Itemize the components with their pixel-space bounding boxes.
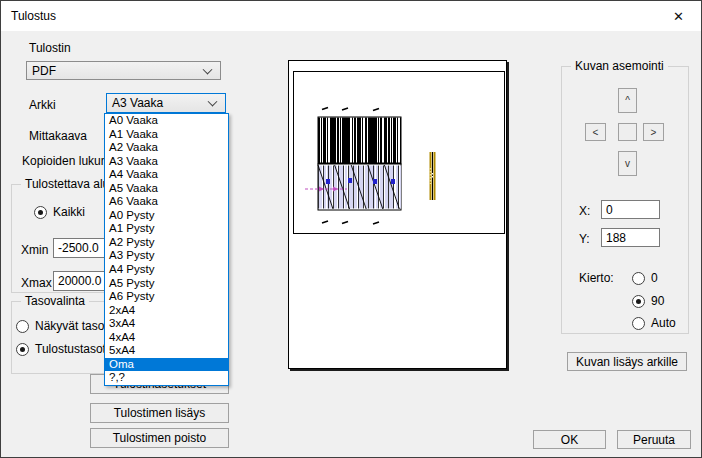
sheet-size-select[interactable]: A3 Vaaka: [106, 93, 226, 113]
dropdown-item[interactable]: A1 Vaaka: [105, 128, 228, 142]
radio-print-layers-label: Tulostustasot: [35, 342, 106, 356]
xmax-label: Xmax: [21, 276, 52, 290]
layer-selection-title: Tasovalinta: [21, 294, 89, 308]
cancel-button[interactable]: Peruuta: [617, 430, 691, 449]
preview-hatch-block: [318, 117, 401, 165]
preview-yellow-element: [431, 152, 435, 200]
dropdown-item[interactable]: A4 Pysty: [105, 263, 228, 277]
left-arrow-icon: <: [593, 127, 599, 138]
down-arrow-icon: v: [625, 158, 630, 169]
dropdown-item[interactable]: A2 Pysty: [105, 236, 228, 250]
dropdown-item[interactable]: Oma: [105, 358, 228, 372]
dropdown-item[interactable]: A4 Vaaka: [105, 168, 228, 182]
right-arrow-icon: >: [651, 127, 657, 138]
title-bar: Tulostus ✕: [1, 1, 701, 31]
radio-icon: [632, 295, 645, 308]
radio-print-layers[interactable]: Tulostustasot: [16, 342, 106, 356]
dropdown-item[interactable]: 2xA4: [105, 304, 228, 318]
x-field[interactable]: [601, 200, 660, 219]
dropdown-item[interactable]: A0 Vaaka: [105, 114, 228, 128]
print-preview: [288, 60, 507, 369]
xmin-label: Xmin: [21, 243, 48, 257]
preview-striped-block: [305, 164, 401, 210]
radio-rotation-0[interactable]: 0: [632, 271, 658, 285]
dropdown-item[interactable]: 5xA4: [105, 344, 228, 358]
radio-icon: [632, 272, 645, 285]
dropdown-item[interactable]: 4xA4: [105, 331, 228, 345]
dropdown-item[interactable]: A3 Pysty: [105, 249, 228, 263]
dropdown-item[interactable]: 3xA4: [105, 317, 228, 331]
close-button[interactable]: ✕: [656, 1, 701, 31]
add-image-to-sheet-label: Kuvan lisäys arkille: [576, 355, 678, 369]
dialog-title: Tulostus: [11, 9, 56, 23]
move-center-button[interactable]: [618, 123, 637, 141]
sheet-label: Arkki: [29, 98, 56, 112]
y-field[interactable]: [601, 228, 660, 247]
y-label: Y:: [579, 232, 590, 246]
add-printer-button[interactable]: Tulostimen lisäys: [90, 403, 229, 423]
sheet-size-select-value: A3 Vaaka: [112, 96, 163, 110]
printer-label: Tulostin: [29, 41, 71, 55]
radio-visible-layers[interactable]: Näkyvät tasot: [16, 319, 108, 333]
dropdown-item[interactable]: A6 Vaaka: [105, 195, 228, 209]
print-dialog: Tulostus ✕ Tulostin PDF Arkki A3 Vaaka M…: [0, 0, 702, 458]
dropdown-item[interactable]: A1 Pysty: [105, 222, 228, 236]
move-left-button[interactable]: <: [585, 123, 606, 141]
radio-icon: [632, 317, 645, 330]
radio-rotation-0-label: 0: [651, 271, 658, 285]
up-arrow-icon: ^: [625, 95, 630, 106]
move-up-button[interactable]: ^: [618, 88, 637, 113]
radio-rotation-auto-label: Auto: [651, 316, 676, 330]
dropdown-item[interactable]: A5 Vaaka: [105, 182, 228, 196]
radio-icon: [16, 343, 29, 356]
rotation-label: Kierto:: [579, 271, 614, 285]
dropdown-item[interactable]: A5 Pysty: [105, 277, 228, 291]
dropdown-item[interactable]: A6 Pysty: [105, 290, 228, 304]
printer-select-value: PDF: [32, 64, 56, 78]
add-image-to-sheet-button[interactable]: Kuvan lisäys arkille: [567, 352, 687, 371]
radio-rotation-auto[interactable]: Auto: [632, 316, 676, 330]
dropdown-item[interactable]: ?,?: [105, 371, 228, 385]
positioning-title: Kuvan asemointi: [571, 59, 668, 73]
remove-printer-label: Tulostimen poisto: [113, 431, 207, 445]
chevron-down-icon: [208, 97, 218, 107]
ok-button[interactable]: OK: [533, 430, 606, 449]
dropdown-item[interactable]: A0 Pysty: [105, 209, 228, 223]
dropdown-item[interactable]: A3 Vaaka: [105, 155, 228, 169]
radio-visible-layers-label: Näkyvät tasot: [35, 319, 108, 333]
chevron-down-icon: [203, 64, 213, 74]
scale-label: Mittakaava: [29, 129, 87, 143]
remove-printer-button[interactable]: Tulostimen poisto: [90, 428, 229, 448]
radio-all[interactable]: Kaikki: [34, 205, 85, 219]
x-label: X:: [579, 204, 590, 218]
radio-icon: [34, 206, 47, 219]
dropdown-item[interactable]: A2 Vaaka: [105, 141, 228, 155]
preview-drawing: [289, 61, 508, 370]
printer-select[interactable]: PDF: [26, 61, 221, 80]
move-right-button[interactable]: >: [643, 123, 664, 141]
ok-label: OK: [561, 433, 578, 447]
close-icon: ✕: [673, 9, 684, 24]
radio-all-label: Kaikki: [53, 205, 85, 219]
radio-rotation-90[interactable]: 90: [632, 294, 664, 308]
radio-icon: [16, 320, 29, 333]
sheet-size-listbox[interactable]: A0 VaakaA1 VaakaA2 VaakaA3 VaakaA4 Vaaka…: [104, 113, 229, 386]
move-down-button[interactable]: v: [618, 151, 637, 176]
radio-rotation-90-label: 90: [651, 294, 664, 308]
cancel-label: Peruuta: [633, 433, 675, 447]
add-printer-label: Tulostimen lisäys: [114, 406, 206, 420]
